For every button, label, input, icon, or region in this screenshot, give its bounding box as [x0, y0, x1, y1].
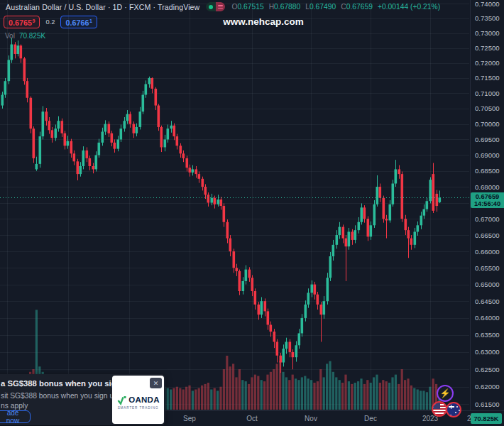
ohlc-readout: O0.67515 H0.67880 L0.67490 C0.67659 +0.0…	[231, 3, 440, 11]
volume-indicator-legend[interactable]: Vol 70.825K	[5, 32, 45, 40]
candle-body	[211, 198, 214, 203]
candle-body	[8, 60, 11, 81]
candle-body	[405, 219, 407, 230]
au-flag-icon[interactable]	[446, 402, 461, 417]
close-icon[interactable]: ✕	[150, 378, 162, 388]
volume-bar	[354, 383, 356, 410]
candle-body	[202, 179, 204, 187]
volume-bar	[317, 381, 319, 410]
candle-body	[363, 207, 366, 219]
candle-body	[417, 225, 420, 231]
volume-bar	[276, 364, 278, 410]
us-flag-icon[interactable]	[432, 401, 447, 417]
volume-bar	[413, 388, 415, 410]
candle-body	[64, 133, 67, 146]
candle-body	[351, 231, 354, 239]
current-price-badge: 0.67659 14:56:40	[471, 192, 504, 208]
volume-bar	[235, 377, 237, 410]
candle-body	[89, 158, 92, 166]
price-tick-label: 0.74000	[475, 0, 500, 8]
candle-body	[11, 45, 13, 60]
spread-value: 0.2	[45, 18, 55, 26]
volume-bar	[332, 372, 334, 410]
candlestick-chart-pane[interactable]	[0, 0, 504, 426]
time-tick-label: Oct	[236, 415, 268, 422]
volume-bar	[167, 388, 169, 410]
volume-bar	[319, 369, 322, 410]
time-tick-label: Sep	[174, 415, 205, 422]
volume-bar	[266, 375, 268, 410]
candle-body	[245, 270, 248, 281]
oanda-logo-panel[interactable]: OANDA SMARTER TRADING ✕	[112, 376, 164, 424]
candle-body	[439, 197, 442, 202]
change-value: +0.00144 (+0.21%)	[378, 3, 440, 11]
volume-bar	[376, 375, 378, 410]
volume-bar	[339, 380, 341, 410]
candle-body	[214, 198, 217, 204]
price-tick-label: 0.69000	[475, 151, 500, 159]
volume-bar	[360, 378, 362, 410]
price-tick-label: 0.73500	[475, 14, 500, 22]
price-tick-label: 0.66000	[475, 248, 500, 256]
volume-bar	[295, 378, 297, 410]
volume-bar	[382, 380, 384, 410]
candle-body	[30, 98, 33, 129]
volume-bar	[198, 388, 200, 410]
sell-bid-button[interactable]: 0.67659	[4, 16, 40, 28]
volume-bar	[192, 390, 194, 410]
price-tick-label: 0.72500	[475, 44, 500, 52]
volume-bar	[179, 388, 181, 410]
market-open-dot-icon	[206, 2, 216, 11]
price-tick-label: 0.63000	[475, 348, 500, 356]
buy-ask-button[interactable]: 0.67661	[60, 16, 97, 28]
candle-body	[217, 200, 220, 204]
candle-body	[314, 285, 317, 295]
candle-body	[429, 180, 432, 201]
candle-body	[167, 129, 170, 139]
candle-body	[420, 216, 423, 226]
symbol-title[interactable]: Australian Dollar / U.S. Dollar · 1D · F…	[6, 3, 199, 11]
candle-body	[410, 239, 413, 245]
volume-bar	[388, 383, 390, 410]
volume-bar	[251, 377, 253, 410]
volume-bar	[329, 361, 331, 410]
volume-bar	[310, 380, 312, 410]
price-tick-label: 0.62500	[475, 366, 500, 373]
candle-body	[432, 174, 435, 211]
volume-bar	[348, 381, 350, 410]
volume-bar	[304, 376, 306, 410]
price-tick-label: 0.69500	[475, 136, 500, 143]
price-tick-label: 0.68500	[475, 167, 500, 175]
bar-countdown: 14:56:40	[474, 200, 500, 208]
candle-body	[77, 161, 80, 174]
candle-body	[295, 345, 298, 357]
volume-bar	[401, 369, 403, 410]
candle-body	[379, 187, 382, 198]
volume-bar	[351, 384, 353, 410]
candle-body	[17, 45, 20, 54]
volume-bar	[223, 369, 225, 410]
candle-body	[164, 139, 167, 147]
volume-bar	[420, 390, 422, 410]
data-feed-icon	[216, 2, 225, 11]
candle-body	[285, 342, 288, 349]
candle-body	[376, 187, 379, 204]
candle-body	[301, 318, 304, 334]
candle-body	[311, 285, 314, 293]
volume-bar	[172, 388, 175, 410]
candle-body	[317, 295, 319, 305]
candle-body	[142, 94, 145, 111]
current-volume-badge: 70.825K	[471, 413, 502, 424]
volume-bar	[379, 383, 381, 410]
candle-body	[98, 143, 101, 155]
price-tick-label: 0.71500	[475, 74, 500, 82]
symbol-status-toggle[interactable]	[206, 2, 225, 11]
candle-body	[192, 169, 195, 172]
volume-bar	[217, 390, 219, 410]
volume-bar	[404, 380, 406, 410]
volume-label: Vol	[5, 32, 15, 40]
candle-body	[395, 169, 398, 183]
trade-now-button[interactable]: ade now	[0, 410, 31, 423]
instant-trading-button[interactable]: ⚡	[437, 385, 454, 402]
candle-body	[42, 111, 45, 136]
